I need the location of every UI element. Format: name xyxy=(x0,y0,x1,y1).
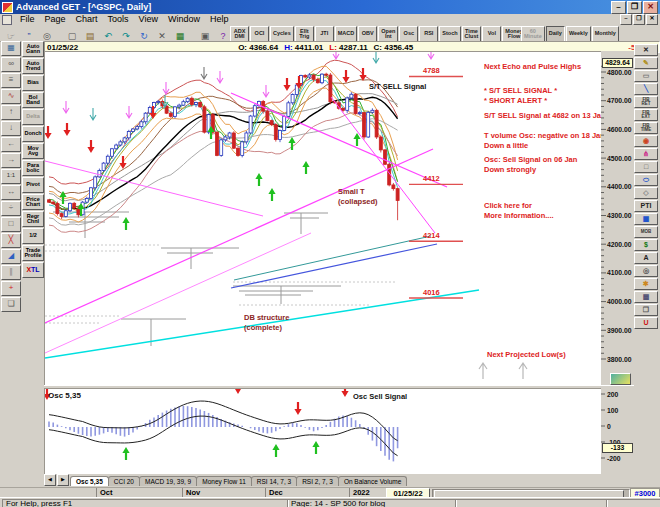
minimize-button[interactable]: – xyxy=(611,1,626,14)
scroll-right-icon[interactable]: → xyxy=(1,153,21,168)
study-trade-profile[interactable]: Trade Profile xyxy=(22,245,44,261)
mdi-minimize-button[interactable]: – xyxy=(620,14,632,25)
pencil-tool-icon[interactable]: ✎ xyxy=(634,57,658,69)
study-para-bolic[interactable]: Para bolic xyxy=(22,160,44,176)
oscillator-panel[interactable]: Osc 5,35Osc Sell Signal xyxy=(44,388,602,476)
oscillator-axis[interactable]: 2001000-100-200 -133 xyxy=(601,388,634,474)
snap-grid-icon[interactable]: ▩ xyxy=(634,291,658,303)
trendline-tool-icon[interactable]: ╲ xyxy=(634,83,658,95)
timeframe-60-minute[interactable]: 60 Minute xyxy=(521,26,545,42)
tab-rsi-2-7-3[interactable]: RSI 2, 7, 3 xyxy=(296,476,339,486)
study-list-icon[interactable]: ∿ xyxy=(1,89,21,104)
undo-icon[interactable]: U xyxy=(634,317,658,329)
grid-icon[interactable]: ▦ xyxy=(634,213,658,225)
mdi-close-button[interactable]: ✕ xyxy=(646,14,658,25)
study-1-2[interactable]: 1/2 xyxy=(22,228,44,244)
gann-fan-icon[interactable]: ⋔ xyxy=(634,148,658,160)
menu-window[interactable]: Window xyxy=(163,14,205,25)
tab-scroll-prev[interactable]: ◀ xyxy=(44,474,56,486)
fib-extension-icon[interactable]: FIB EXT xyxy=(634,109,658,121)
eraser-tool-icon[interactable]: ▭ xyxy=(634,70,658,82)
box-zoom-icon[interactable]: □ xyxy=(1,217,21,232)
study-button-macd[interactable]: MACD xyxy=(335,26,358,42)
menu-file[interactable]: File xyxy=(15,14,40,25)
copy-chart-icon[interactable]: ❐ xyxy=(634,304,658,316)
regression-tool-icon[interactable]: ◇ xyxy=(634,187,658,199)
one-to-one-icon[interactable]: 1:1 xyxy=(1,169,21,184)
mdi-restore-button[interactable]: ❐ xyxy=(633,14,645,25)
study-button-oci[interactable]: OCI xyxy=(250,26,269,42)
study-button-cycles[interactable]: Cycles xyxy=(270,26,294,42)
ellipse-tool-icon[interactable]: ⬭ xyxy=(634,174,658,186)
fib-time-icon[interactable]: FIB TIME xyxy=(634,122,658,134)
study-button-ellt-trig[interactable]: Ellt Trig xyxy=(295,26,314,42)
tab-rsi-14-7-3[interactable]: RSI 14, 7, 3 xyxy=(251,476,297,486)
timeframe-monthly[interactable]: Monthly xyxy=(592,26,619,42)
study-donch[interactable]: Donch xyxy=(22,126,44,142)
study-mov-avg[interactable]: Mov Avg xyxy=(22,143,44,159)
scroll-left-icon[interactable]: ← xyxy=(1,137,21,152)
profit-taking-icon[interactable]: $ xyxy=(634,239,658,251)
menu-tools[interactable]: Tools xyxy=(103,14,134,25)
study-button-time-clust[interactable]: Time Clust xyxy=(462,26,482,42)
price-axis[interactable]: 3800.003900.004000.004100.004200.004300.… xyxy=(601,51,634,385)
study-button-rsi[interactable]: RSI xyxy=(419,26,438,42)
magnify-icon[interactable]: ◎ xyxy=(634,265,658,277)
timeframe-daily[interactable]: Daily xyxy=(546,26,565,42)
chart-window-icon[interactable] xyxy=(2,15,12,25)
chart-window-icon[interactable]: ▦ xyxy=(1,41,21,56)
tab-osc-5-35[interactable]: Osc 5,35 xyxy=(70,476,109,486)
compress-scale-icon[interactable]: ÷ xyxy=(1,201,21,216)
pointer-star-icon[interactable]: ✱ xyxy=(634,278,658,290)
mob-icon[interactable]: MOB xyxy=(634,226,658,238)
scroll-down-icon[interactable]: ↓ xyxy=(1,121,21,136)
expand-scale-icon[interactable]: ↔ xyxy=(1,185,21,200)
crosshair-icon[interactable]: + xyxy=(1,281,21,296)
scroll-up-icon[interactable]: ↑ xyxy=(1,105,21,120)
tab-macd-19-39-9[interactable]: MACD 19, 39, 9 xyxy=(139,476,197,486)
pti-icon[interactable]: PTI xyxy=(634,200,658,212)
properties-icon[interactable]: ❏ xyxy=(1,297,21,312)
menu-chart[interactable]: Chart xyxy=(71,14,103,25)
study-button-obv[interactable]: OBV xyxy=(358,26,377,42)
view-data-icon[interactable]: ∞ xyxy=(1,57,21,72)
study-button-open-int[interactable]: Open Int xyxy=(378,26,398,42)
restore-button[interactable]: ❐ xyxy=(627,1,642,14)
close-button[interactable]: ✕ xyxy=(643,1,658,14)
angle-tool-icon[interactable]: ◢ xyxy=(1,249,21,264)
rectangle-tool-icon[interactable]: □ xyxy=(634,161,658,173)
axis-settings-button[interactable] xyxy=(610,373,631,385)
menu-help[interactable]: Help xyxy=(205,14,234,25)
menu-page[interactable]: Page xyxy=(40,14,71,25)
study-delta[interactable]: Delta xyxy=(22,109,44,125)
fib-retrace-icon[interactable]: FIB RET xyxy=(634,96,658,108)
time-lines-icon[interactable]: ∥ xyxy=(1,265,21,280)
study-auto-trend[interactable]: Auto Trend xyxy=(22,58,44,74)
erase-tool-icon[interactable]: ✕ xyxy=(634,44,658,56)
fib-circle-icon[interactable]: ◉ xyxy=(634,135,658,147)
study-button-vol[interactable]: Vol xyxy=(482,26,501,42)
lock-scale-icon[interactable]: ≡ xyxy=(1,73,21,88)
price-chart[interactable]: 4788441242144016Next Echo and Pulse High… xyxy=(45,52,601,386)
study-button-adx-dmi[interactable]: ADX DMI xyxy=(230,26,249,42)
tab-on-balance-volume[interactable]: On Balance Volume xyxy=(338,476,407,486)
study-pivot[interactable]: Pivot xyxy=(22,177,44,193)
study-bias[interactable]: Bias xyxy=(22,75,44,91)
tab-money-flow-11[interactable]: Money Flow 11 xyxy=(196,476,252,486)
study-price-chart[interactable]: Price Chart xyxy=(22,194,44,210)
timeframe-weekly[interactable]: Weekly xyxy=(566,26,591,42)
chart-area[interactable]: 4788441242144016Next Echo and Pulse High… xyxy=(44,51,602,387)
gann-lines-icon[interactable]: ╳ xyxy=(1,233,21,248)
study-button-stoch[interactable]: Stoch xyxy=(439,26,460,42)
study-bol-band[interactable]: Bol Band xyxy=(22,92,44,108)
study-auto-gann[interactable]: Auto Gann xyxy=(22,41,44,57)
menu-view[interactable]: View xyxy=(134,14,163,25)
oscillator-chart[interactable]: Osc 5,35Osc Sell Signal xyxy=(45,389,601,475)
text-tool-icon[interactable]: A xyxy=(634,252,658,264)
study-button-osc[interactable]: Osc xyxy=(399,26,418,42)
tab-cci-20[interactable]: CCI 20 xyxy=(108,476,140,486)
tab-scroll-next[interactable]: ▶ xyxy=(57,474,69,486)
study-button-jti[interactable]: JTI xyxy=(315,26,334,42)
study-regr-chnl[interactable]: Regr Chnl xyxy=(22,211,44,227)
study-xtl[interactable]: XTL xyxy=(22,262,44,278)
